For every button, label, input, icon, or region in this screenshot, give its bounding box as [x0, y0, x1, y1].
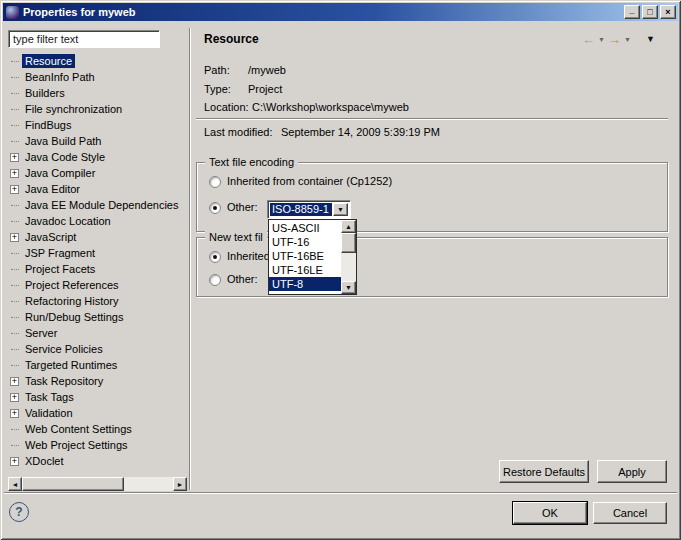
delimiter-other-label[interactable]: Other: [227, 273, 258, 285]
tree-item[interactable]: Project Facets [8, 261, 184, 277]
dropdown-option[interactable]: UTF-16LE [269, 263, 341, 277]
tree-item[interactable]: +Validation [8, 405, 184, 421]
tree-item[interactable]: Builders [8, 85, 184, 101]
encoding-other-label[interactable]: Other: [227, 201, 258, 213]
tree-item[interactable]: Web Project Settings [8, 437, 184, 453]
tree-connector [8, 437, 22, 453]
tree-item[interactable]: +Java Compiler [8, 165, 184, 181]
expand-icon[interactable]: + [10, 393, 19, 402]
tree-item-label: File synchronization [22, 102, 125, 116]
expand-icon[interactable]: + [10, 185, 19, 194]
tree-item[interactable]: Java EE Module Dependencies [8, 197, 184, 213]
tree-item-label: JSP Fragment [22, 246, 98, 260]
tree-item-label: Project Facets [22, 262, 98, 276]
tree-item[interactable]: +Task Repository [8, 373, 184, 389]
window-title: Properties for myweb [23, 6, 622, 18]
maximize-button[interactable]: □ [642, 5, 658, 19]
scrollbar-thumb[interactable] [341, 233, 356, 253]
expand-icon[interactable]: + [10, 457, 19, 466]
delimiter-inherited-label[interactable]: Inherited [227, 250, 270, 262]
expand-icon[interactable]: + [10, 233, 19, 242]
tree-item-label: Targeted Runtimes [22, 358, 120, 372]
location-label: Location: [204, 101, 249, 113]
tree-item[interactable]: +Task Tags [8, 389, 184, 405]
help-button[interactable]: ? [9, 502, 29, 522]
expand-icon[interactable]: + [10, 377, 19, 386]
new-text-file-group: New text fil Inherited Other: [196, 237, 668, 297]
minimize-button[interactable]: _ [624, 5, 640, 19]
tree-item-label: Web Project Settings [22, 438, 131, 452]
titlebar[interactable]: Properties for myweb _ □ × [3, 3, 678, 21]
panel-divider [189, 28, 191, 490]
encoding-inherited-radio[interactable] [209, 176, 221, 188]
tree-item[interactable]: File synchronization [8, 101, 184, 117]
encoding-other-radio[interactable] [209, 202, 221, 214]
tree-connector [8, 117, 22, 133]
tree-connector [8, 213, 22, 229]
tree-item-label: Java Build Path [22, 134, 104, 148]
cancel-button[interactable]: Cancel [593, 502, 667, 524]
delimiter-inherited-radio[interactable] [209, 251, 221, 263]
tree-item[interactable]: Targeted Runtimes [8, 357, 184, 373]
back-menu-caret-icon[interactable]: ▼ [598, 36, 605, 43]
tree-item-label: Refactoring History [22, 294, 122, 308]
tree-item-label: Java Compiler [22, 166, 98, 180]
scroll-up-icon[interactable]: ▲ [341, 220, 356, 233]
expand-icon[interactable]: + [10, 409, 19, 418]
tree-item-label: Javadoc Location [22, 214, 114, 228]
forward-menu-caret-icon[interactable]: ▼ [624, 36, 631, 43]
group-title: New text fil [205, 230, 267, 244]
tree-horizontal-scrollbar[interactable]: ◄ ► [8, 477, 187, 491]
tree-connector [8, 421, 22, 437]
tree-item[interactable]: Java Build Path [8, 133, 184, 149]
dropdown-scrollbar[interactable]: ▲ ▼ [341, 220, 356, 294]
view-menu-icon[interactable]: ▼ [646, 35, 655, 44]
restore-defaults-button[interactable]: Restore Defaults [499, 460, 589, 483]
tree-item[interactable]: Run/Debug Settings [8, 309, 184, 325]
combobox-value[interactable]: ISO-8859-1 [270, 203, 332, 216]
encoding-combobox[interactable]: ISO-8859-1 ▼ [267, 200, 351, 219]
tree-item-label: Run/Debug Settings [22, 310, 126, 324]
tree-item[interactable]: +Java Code Style [8, 149, 184, 165]
tree-connector [8, 101, 22, 117]
expand-icon[interactable]: + [10, 153, 19, 162]
tree-item[interactable]: JSP Fragment [8, 245, 184, 261]
apply-button[interactable]: Apply [597, 460, 667, 483]
tree-item[interactable]: FindBugs [8, 117, 184, 133]
dropdown-option-selected[interactable]: UTF-8 [269, 277, 341, 291]
tree-connector [8, 245, 22, 261]
forward-icon[interactable]: → [608, 33, 621, 46]
dropdown-option[interactable]: US-ASCII [269, 221, 341, 235]
back-icon[interactable]: ← [582, 33, 595, 46]
scroll-left-icon[interactable]: ◄ [8, 477, 22, 491]
dropdown-option[interactable]: UTF-16 [269, 235, 341, 249]
tree-item[interactable]: +JavaScript [8, 229, 184, 245]
encoding-inherited-label[interactable]: Inherited from container (Cp1252) [227, 175, 392, 187]
tree-item-resource[interactable]: Resource [8, 53, 184, 69]
tree-item[interactable]: Javadoc Location [8, 213, 184, 229]
tree-item-label: Builders [22, 86, 68, 100]
expand-icon[interactable]: + [10, 169, 19, 178]
delimiter-other-radio[interactable] [209, 274, 221, 286]
tree-item[interactable]: +XDoclet [8, 453, 184, 469]
tree-item-label: BeanInfo Path [22, 70, 98, 84]
tree-item[interactable]: Refactoring History [8, 293, 184, 309]
tree-item[interactable]: Web Content Settings [8, 421, 184, 437]
scroll-right-icon[interactable]: ► [173, 477, 187, 491]
tree-connector [8, 357, 22, 373]
dropdown-options: US-ASCII UTF-16 UTF-16BE UTF-16LE UTF-8 [269, 220, 341, 294]
ok-button[interactable]: OK [513, 502, 587, 524]
tree-item[interactable]: Project References [8, 277, 184, 293]
tree-item[interactable]: Service Policies [8, 341, 184, 357]
tree-connector [8, 133, 22, 149]
tree-item[interactable]: BeanInfo Path [8, 69, 184, 85]
combobox-dropdown-icon[interactable]: ▼ [333, 203, 348, 216]
tree-item[interactable]: +Java Editor [8, 181, 184, 197]
filter-input[interactable] [8, 30, 160, 48]
close-button[interactable]: × [660, 5, 676, 19]
history-navigation: ← ▼ → ▼ ▼ [582, 33, 655, 46]
scrollbar-thumb[interactable] [22, 477, 124, 491]
tree-item[interactable]: Server [8, 325, 184, 341]
dropdown-option[interactable]: UTF-16BE [269, 249, 341, 263]
scroll-down-icon[interactable]: ▼ [341, 281, 356, 294]
